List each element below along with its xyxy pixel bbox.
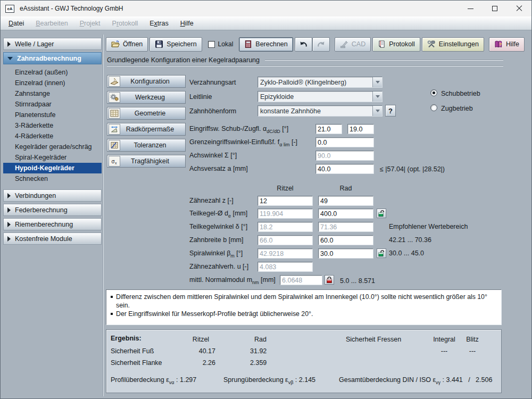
dropdown-arrow-icon[interactable] [372,77,382,87]
menu-hilfe[interactable]: Hilfe [174,20,200,27]
chevron-right-icon [7,193,11,198]
app-window: eA eAssistant - GWJ Technology GmbH Date… [0,0,532,399]
sidebar-section-federberechnung[interactable]: Federberechnung [3,204,102,216]
sidebar-section-kostenfreie-module[interactable]: Kostenfreie Module [3,232,102,245]
close-button[interactable] [507,1,531,16]
column-header-rad: Rad [318,185,373,192]
zugbetrieb-radio[interactable] [430,104,437,111]
save-button[interactable]: Speichern [149,37,202,52]
werkzeug-button[interactable]: Werkzeug [107,91,186,104]
achsversatz-label: Achsversatz a [mm] [189,165,248,172]
content-area: Welle / Lager Zahnradberechnung Einzelra… [1,30,532,399]
tools-icon [427,40,436,48]
sidebar-item-einzelrad-innen[interactable]: Einzelrad (innen) [3,78,102,88]
grenzeingriffswinkel-input[interactable] [315,137,374,147]
close-icon [516,5,522,12]
konfiguration-button[interactable]: Konfiguration [107,75,186,88]
lock-open-icon [378,210,385,217]
teilkegel-lock-button[interactable] [377,209,386,218]
svg-text:?: ? [499,42,502,47]
undo-icon [299,40,308,48]
undo-button[interactable] [295,37,312,52]
column-header-ritzel: Ritzel [257,185,313,192]
sidebar-section-riemenberechnung[interactable]: Riemenberechnung [3,218,102,230]
dropdown-arrow-icon[interactable] [372,106,382,116]
teilkegel-label: Teilkegel-Ø de [mm] [189,210,247,219]
protocol-button[interactable]: Protokoll [372,37,420,52]
result-value: 2.359 [250,359,267,367]
sidebar-item-spiral-kegelraeder[interactable]: Spiral-Kegelräder [3,152,102,163]
leitlinie-label: Leitlinie [189,93,212,101]
open-button[interactable]: Öffnen [106,37,148,52]
verzahnungsart-dropdown[interactable]: Zyklo-Palloid® (Klingelnberg) [257,77,383,88]
sprungueberdeckung: Sprungüberdeckung εvβ : 2.145 [223,376,315,385]
maximize-button[interactable] [483,1,507,16]
sidebar-item-stirnradpaar[interactable]: Stirnradpaar [3,99,102,110]
sidebar-item-kegelraeder[interactable]: Kegelräder gerade/schräg [3,142,102,152]
normalmodul-label: mittl. Normalmodul mnm [mm] [189,276,276,285]
sidebar-section-welle-lager[interactable]: Welle / Lager [3,38,102,50]
calculate-button[interactable]: Berechnen [239,37,293,52]
results-col-integral: Integral [431,336,458,343]
menu-protokoll: Protokoll [106,20,144,27]
schubbetrieb-radio[interactable] [430,89,437,96]
sidebar-item-hypoid-kegelraeder[interactable]: Hypoid-Kegelräder [3,163,102,173]
toleranzen-button[interactable]: Toleranzen [107,139,186,152]
tolerances-icon [109,140,120,151]
local-checkbox[interactable] [208,41,215,48]
sidebar-section-zahnradberechnung[interactable]: Zahnradberechnung [3,52,102,64]
maximize-icon [492,6,497,11]
leitlinie-dropdown[interactable]: Epizykloide [257,91,383,102]
eingriffswinkel-zug-input[interactable] [347,124,374,134]
window-title: eAssistant - GWJ Technology GmbH [20,5,123,12]
zahnhoehenform-help-button[interactable]: ? [385,105,396,117]
help-book-icon: ? [494,40,503,48]
zahnbreite-label: Zahnbreite b [mm] [189,236,243,244]
achsversatz-input[interactable] [315,164,374,174]
result-value: --- [431,347,458,355]
wheel-dimensions-icon [109,124,120,135]
sidebar-divider [103,35,104,396]
sidebar-item-3-raederkette[interactable]: 3-Räderkette [3,120,102,131]
results-panel: Ergebnis: Ritzel Rad Sicherheit Fressen … [106,329,502,393]
zaehnezahl-label: Zähnezahl z [-] [189,197,234,204]
result-row-label: Sicherheit Flanke [111,359,162,367]
menu-extras[interactable]: Extras [144,20,174,27]
zahnbreite-rad-input[interactable] [318,235,373,245]
zahnhoehenform-dropdown[interactable]: konstante Zahnhöhe [257,105,383,117]
minimize-button[interactable] [458,1,483,16]
spiralwinkel-label: Spiralwinkel βm [°] [189,250,243,259]
zaehnezahl-ritzel-input[interactable] [257,196,313,206]
chevron-right-icon [7,41,11,47]
help-button[interactable]: ? Hilfe [489,37,525,52]
geometrie-button[interactable]: Geometrie [107,107,186,120]
title-separator [107,65,503,66]
sidebar-section-verbindungen[interactable]: Verbindungen [3,189,102,202]
teilkegelwinkel-rad-input [318,222,373,232]
tragfaehigkeit-button[interactable]: σx Tragfähigkeit [107,155,186,168]
normalmodul-lock-button[interactable] [325,275,334,285]
spiralwinkel-range-note: 30.0 ... 45.0 [389,250,424,257]
spiralwinkel-lock-button[interactable] [377,248,386,258]
sidebar-item-4-raederkette[interactable]: 4-Räderkette [3,131,102,142]
settings-button[interactable]: Einstellungen [422,37,484,52]
achswinkel-label: Achswinkel Σ [°] [189,152,237,159]
radkoerpermasse-button[interactable]: Radkörpermaße [107,123,186,136]
sidebar-item-planetenstufe[interactable]: Planetenstufe [3,110,102,120]
eingriffswinkel-schub-input[interactable] [315,124,342,134]
sidebar-item-schnecken[interactable]: Schnecken [3,173,102,184]
zahnbreite-ritzel-input [257,235,313,245]
menu-datei[interactable]: Datei [3,20,30,27]
teilkegel-rad-input[interactable] [318,209,373,219]
info-message: Der Eingriffswinkel für Messerkopf-Profi… [110,310,497,318]
sidebar-item-einzelrad-aussen[interactable]: Einzelrad (außen) [3,67,102,78]
menu-projekt: Projekt [74,20,106,27]
sidebar-item-zahnstange[interactable]: Zahnstange [3,88,102,99]
chevron-right-icon [7,207,11,213]
zaehnezahl-rad-input[interactable] [318,196,373,206]
dropdown-arrow-icon[interactable] [372,92,382,102]
result-value: 40.17 [186,347,215,355]
spiralwinkel-rad-input[interactable] [318,248,373,259]
notepad-icon [378,40,386,48]
results-col-fressen: Sicherheit Fressen [346,336,401,343]
